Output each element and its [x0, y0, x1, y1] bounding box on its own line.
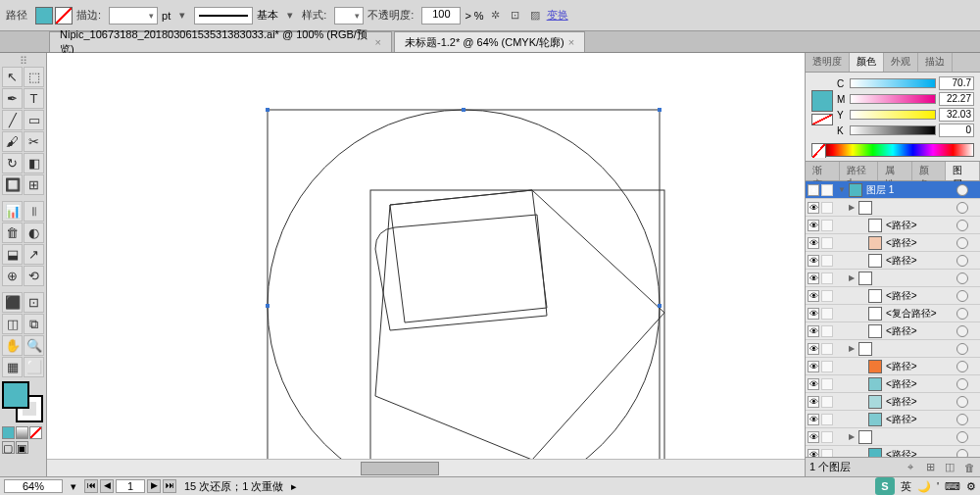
selection-square[interactable] — [970, 256, 980, 266]
target-icon[interactable] — [956, 220, 968, 231]
lock-toggle[interactable] — [821, 361, 833, 372]
toolbox-grip[interactable]: ⠿ — [2, 55, 44, 67]
fill-swatch[interactable] — [35, 7, 53, 25]
tool-button-13[interactable]: ⫴ — [24, 201, 44, 222]
visibility-toggle[interactable]: 👁 — [808, 290, 819, 302]
yellow-value[interactable]: 32.03 — [939, 108, 974, 122]
panel-stroke-swatch[interactable] — [811, 114, 833, 125]
new-sublayer-icon[interactable]: ⊞ — [923, 461, 937, 474]
last-page-button[interactable]: ⏭ — [163, 479, 176, 493]
lock-toggle[interactable] — [821, 237, 833, 249]
selection-square[interactable] — [970, 379, 980, 389]
lock-toggle[interactable] — [821, 396, 833, 408]
gear-icon[interactable]: ⚙ — [966, 480, 976, 493]
target-icon[interactable] — [956, 361, 968, 372]
stroke-swatch[interactable] — [55, 7, 73, 25]
first-page-button[interactable]: ⏮ — [84, 479, 98, 493]
expand-icon[interactable]: ▶ — [847, 273, 857, 282]
scroll-thumb[interactable] — [361, 462, 439, 475]
lock-toggle[interactable] — [821, 184, 833, 196]
next-page-button[interactable]: ▶ — [147, 479, 161, 493]
screen-mode-normal[interactable]: ▢ — [2, 441, 15, 454]
isolate-icon[interactable]: ▨ — [527, 8, 543, 24]
tool-button-22[interactable]: ◫ — [2, 314, 23, 334]
tool-button-9[interactable]: ◧ — [24, 153, 44, 173]
selection-square[interactable] — [970, 397, 980, 407]
visibility-toggle[interactable]: 👁 — [808, 308, 819, 320]
layer-row[interactable]: 👁▶ — [806, 340, 980, 358]
lock-toggle[interactable] — [821, 202, 833, 214]
tool-button-24[interactable]: ✋ — [2, 335, 23, 356]
moon-icon[interactable]: 🌙 — [917, 480, 931, 493]
tool-button-11[interactable]: ⊞ — [24, 174, 44, 195]
opacity-input[interactable]: 100 — [421, 7, 461, 25]
tool-button-4[interactable]: ╱ — [2, 110, 23, 130]
selection-square[interactable] — [970, 221, 980, 230]
target-icon[interactable] — [956, 308, 968, 320]
tool-button-27[interactable]: ⬜ — [24, 357, 44, 377]
expand-icon[interactable]: ▶ — [847, 432, 857, 441]
tab-appearance[interactable]: 外观 — [884, 53, 918, 72]
target-icon[interactable] — [956, 378, 968, 390]
tool-button-5[interactable]: ▭ — [24, 110, 44, 130]
visibility-toggle[interactable]: 👁 — [808, 361, 819, 372]
tool-button-21[interactable]: ⊡ — [24, 292, 44, 313]
yellow-slider[interactable] — [850, 110, 936, 120]
selection-square[interactable] — [970, 432, 980, 442]
new-layer-icon[interactable]: ◫ — [943, 461, 956, 474]
target-icon[interactable] — [956, 272, 968, 284]
color-mode-none[interactable] — [29, 426, 42, 439]
tool-button-26[interactable]: ▦ — [2, 357, 23, 377]
tool-button-7[interactable]: ✂ — [24, 131, 44, 152]
lock-toggle[interactable] — [821, 431, 833, 443]
selection-square[interactable] — [970, 185, 980, 195]
close-icon[interactable]: × — [568, 36, 574, 48]
lock-toggle[interactable] — [821, 255, 833, 267]
tab-properties[interactable]: 属性 — [878, 162, 912, 180]
visibility-toggle[interactable]: 👁 — [808, 414, 819, 425]
magenta-value[interactable]: 22.27 — [939, 92, 974, 106]
magenta-slider[interactable] — [850, 94, 936, 104]
selection-square[interactable] — [970, 291, 980, 301]
lock-toggle[interactable] — [821, 414, 833, 425]
visibility-toggle[interactable]: 👁 — [808, 396, 819, 408]
target-icon[interactable] — [956, 325, 968, 337]
selection-square[interactable] — [970, 309, 980, 319]
target-icon[interactable] — [956, 449, 968, 458]
layer-row[interactable]: 👁<路径> — [806, 234, 980, 252]
panel-fill-swatch[interactable] — [811, 90, 833, 112]
selection-square[interactable] — [970, 415, 980, 424]
visibility-toggle[interactable]: 👁 — [808, 202, 819, 214]
layer-row[interactable]: 👁<复合路径> — [806, 305, 980, 322]
fill-box[interactable] — [2, 381, 29, 409]
layer-row[interactable]: 👁<路径> — [806, 217, 980, 234]
visibility-toggle[interactable]: 👁 — [808, 184, 819, 196]
visibility-toggle[interactable]: 👁 — [808, 431, 819, 443]
tool-button-17[interactable]: ↗ — [24, 244, 44, 265]
brush-chevron-icon[interactable]: ▾ — [282, 8, 298, 24]
target-icon[interactable] — [956, 414, 968, 425]
color-mode-solid[interactable] — [2, 426, 15, 439]
tool-button-19[interactable]: ⟲ — [24, 266, 44, 286]
visibility-toggle[interactable]: 👁 — [808, 255, 819, 267]
stroke-weight-dropdown[interactable] — [109, 7, 158, 25]
document-tab[interactable]: 未标题-1.2* @ 64% (CMYK/轮廓) × — [394, 31, 585, 52]
tool-button-20[interactable]: ⬛ — [2, 292, 23, 313]
visibility-toggle[interactable]: 👁 — [808, 378, 819, 390]
lock-toggle[interactable] — [821, 449, 833, 458]
fill-stroke-control[interactable] — [2, 381, 43, 422]
tool-button-15[interactable]: ◐ — [24, 223, 44, 243]
black-value[interactable]: 0 — [939, 124, 974, 137]
tool-button-3[interactable]: T — [24, 88, 44, 109]
target-icon[interactable] — [956, 431, 968, 443]
layer-row[interactable]: 👁<路径> — [806, 287, 980, 305]
expand-icon[interactable]: ▼ — [837, 185, 847, 194]
selection-square[interactable] — [970, 273, 980, 283]
tab-layers[interactable]: 图层 — [946, 162, 980, 180]
visibility-toggle[interactable]: 👁 — [808, 325, 819, 337]
layer-row[interactable]: 👁▶ — [806, 199, 980, 217]
layer-row[interactable]: 👁▶ — [806, 270, 980, 287]
selection-square[interactable] — [970, 326, 980, 336]
locate-icon[interactable]: ⌖ — [904, 461, 917, 474]
target-icon[interactable] — [956, 255, 968, 267]
